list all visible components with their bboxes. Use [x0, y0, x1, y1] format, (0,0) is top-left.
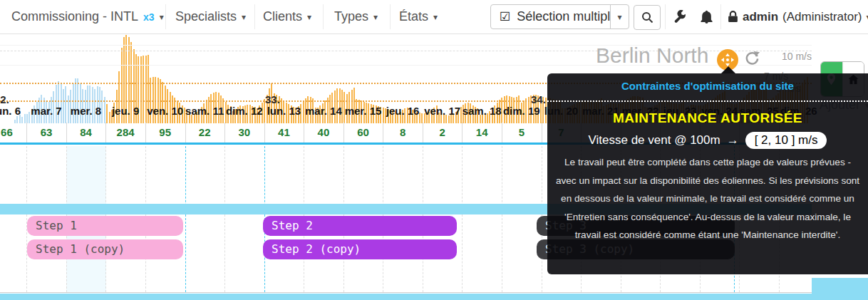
- multi-select-dropdown-button[interactable]: ▾: [610, 4, 629, 29]
- nav-separator: [323, 4, 324, 29]
- day-header[interactable]: ven. 10: [145, 105, 185, 117]
- bell-icon: [701, 10, 713, 24]
- week-number-label: 33.: [265, 93, 280, 105]
- wind-bar: [162, 82, 163, 123]
- right-edge-strip: [812, 278, 868, 300]
- project-label: Commissioning - INTL: [11, 9, 138, 24]
- day-task-count[interactable]: 284: [105, 126, 145, 138]
- wind-constraint-row: Vitesse de vent @ 100m → [ 2, 10 ] m/s: [547, 132, 868, 149]
- day-header[interactable]: mar. 7: [26, 105, 66, 117]
- day-header[interactable]: ven. 17: [423, 105, 463, 117]
- search-icon: [641, 11, 653, 24]
- day-header[interactable]: mer. 15: [343, 105, 383, 117]
- day-header[interactable]: dim. 19: [502, 105, 542, 117]
- tooltip-description: Le travail peut être complété dans cette…: [554, 153, 861, 244]
- menu-etats[interactable]: États ▾: [399, 0, 438, 33]
- lock-icon: [728, 11, 738, 23]
- day-task-count[interactable]: 14: [462, 126, 502, 138]
- day-gridline: [462, 146, 463, 292]
- menu-label: Types: [334, 9, 368, 24]
- nav-separator: [720, 4, 721, 29]
- user-name: admin: [743, 10, 778, 24]
- chevron-down-icon: ▾: [373, 13, 378, 21]
- nav-separator: [254, 4, 255, 29]
- project-count-badge: x3: [143, 11, 155, 23]
- day-task-count[interactable]: 95: [145, 126, 185, 138]
- multi-select-button[interactable]: ☑ Sélection multiple: [490, 4, 626, 29]
- tooltip-title: Contraintes d'optimisation du site: [547, 80, 868, 92]
- day-header[interactable]: mer. 8: [66, 105, 106, 117]
- day-task-count[interactable]: 66: [0, 126, 26, 138]
- day-task-count[interactable]: 8: [383, 126, 423, 138]
- nav-separator: [165, 4, 166, 29]
- chevron-down-icon: ▾: [307, 13, 311, 21]
- day-task-count[interactable]: 60: [343, 126, 383, 138]
- move-crosshair-icon: [720, 53, 735, 67]
- site-title: Berlin North: [596, 43, 708, 68]
- day-task-count[interactable]: 30: [224, 126, 264, 138]
- day-task-count[interactable]: 63: [26, 126, 66, 138]
- wind-bar: [80, 83, 81, 123]
- menu-label: Clients: [263, 9, 302, 24]
- wind-bar: [58, 81, 59, 123]
- search-button[interactable]: [634, 5, 661, 30]
- top-navbar: Commissioning - INTL x3 ▾ Specialists ▾ …: [0, 0, 868, 34]
- day-gridline: [224, 146, 225, 292]
- menu-label: États: [399, 9, 428, 24]
- group-row-strip-bottom: [0, 294, 868, 300]
- nav-separator: [665, 4, 666, 29]
- menu-specialists[interactable]: Specialists ▾: [175, 0, 246, 33]
- day-header[interactable]: sam. 11: [185, 105, 224, 117]
- day-gridline: [502, 146, 502, 292]
- wind-bar: [16, 116, 18, 123]
- menu-types[interactable]: Types ▾: [334, 0, 378, 33]
- user-menu[interactable]: admin (Administrator) ▾: [728, 0, 868, 33]
- wind-bar: [56, 85, 57, 123]
- day-gridline: [26, 146, 27, 292]
- wind-constraint-label: Vitesse de vent @ 100m: [589, 133, 720, 148]
- day-task-count[interactable]: 22: [185, 126, 224, 138]
- chevron-down-icon: ▾: [160, 13, 164, 21]
- chevron-down-icon: ▾: [433, 13, 438, 21]
- task-bar[interactable]: Step 2 (copy): [263, 239, 457, 259]
- task-bar[interactable]: Step 1 (copy): [27, 239, 183, 259]
- day-header[interactable]: sam. 18: [462, 105, 502, 117]
- scheduler-stage: Berlin North 32.33.34.10 m/s7 m/s5 m/slu…: [0, 0, 868, 300]
- wind-bar: [14, 120, 16, 123]
- notifications-button[interactable]: [701, 0, 713, 33]
- tooltip-arrow: [721, 66, 735, 73]
- nav-separator: [390, 4, 391, 29]
- user-role: (Administrator): [782, 10, 862, 24]
- menu-clients[interactable]: Clients ▾: [263, 0, 311, 33]
- day-header[interactable]: mar. 14: [304, 105, 343, 117]
- day-task-count[interactable]: 2: [423, 126, 463, 138]
- day-header[interactable]: jeu. 16: [383, 105, 423, 117]
- wind-speed-scale-label: 10 m/s: [782, 51, 812, 62]
- site-constraints-tooltip: Contraintes d'optimisation du site MAINT…: [547, 73, 868, 274]
- tooltip-separator: [547, 100, 868, 102]
- day-task-count[interactable]: 41: [264, 126, 304, 138]
- day-task-count[interactable]: 40: [304, 126, 343, 138]
- wind-bar: [73, 83, 74, 123]
- chevron-down-icon: ▾: [617, 13, 621, 21]
- arrow-right-icon: →: [727, 133, 739, 148]
- day-header[interactable]: jeu. 9: [105, 105, 145, 117]
- day-header[interactable]: lun. 13: [264, 105, 304, 117]
- bottom-divider: [0, 292, 812, 293]
- day-task-count[interactable]: 84: [66, 126, 106, 138]
- task-bar[interactable]: Step 1: [27, 216, 183, 236]
- day-task-count[interactable]: 5: [502, 126, 542, 138]
- task-bar[interactable]: Step 2: [263, 216, 457, 236]
- week-number-label: 34.: [531, 93, 546, 105]
- project-menu[interactable]: Commissioning - INTL x3 ▾: [11, 0, 164, 33]
- wind-bar: [21, 117, 23, 123]
- refresh-icon[interactable]: [744, 50, 760, 69]
- multi-select-label: Sélection multiple: [517, 9, 617, 24]
- menu-label: Specialists: [175, 9, 237, 24]
- wrench-icon: [673, 10, 686, 24]
- settings-button[interactable]: [673, 0, 686, 33]
- day-header[interactable]: lun. 6: [0, 105, 26, 117]
- day-header[interactable]: dim. 12: [224, 105, 264, 117]
- maintenance-status-heading: MAINTENANCE AUTORISÉE: [547, 110, 868, 126]
- wind-bar: [61, 84, 62, 123]
